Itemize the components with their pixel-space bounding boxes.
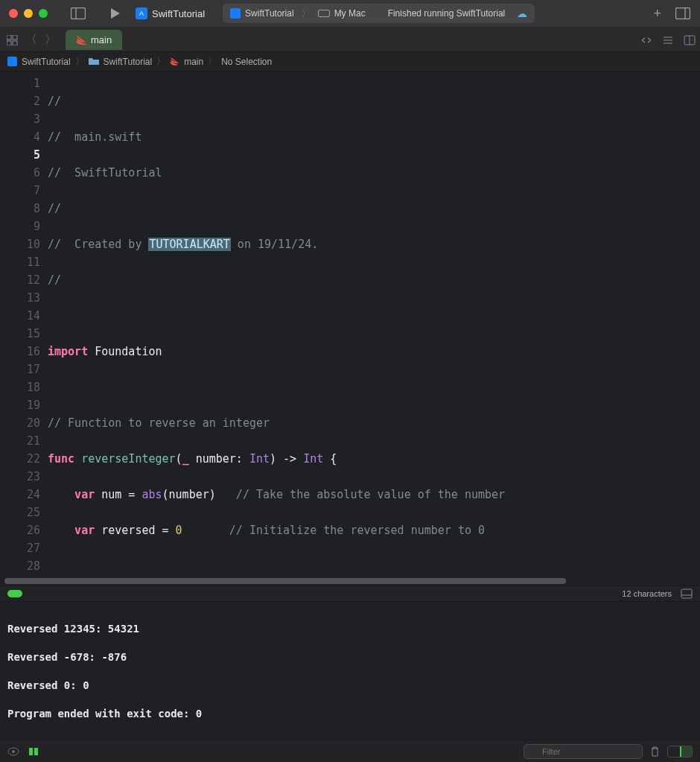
laptop-icon	[318, 10, 330, 17]
breakpoint-toggle-icon[interactable]	[28, 747, 39, 756]
breadcrumb-root[interactable]: SwiftTutorial	[22, 57, 71, 67]
traffic-lights	[9, 9, 48, 18]
activity-status[interactable]: SwiftTutorial 〉 My Mac Finished running …	[223, 4, 535, 23]
tab-label: main	[91, 34, 112, 45]
debug-panel-toggle[interactable]	[667, 746, 693, 758]
breadcrumb[interactable]: SwiftTutorial 〉 SwiftTutorial 〉 main 〉 N…	[0, 52, 700, 72]
console-output[interactable]: Reversed 12345: 54321 Reversed -678: -87…	[0, 602, 700, 727]
adjust-editor-icon[interactable]	[663, 35, 673, 45]
breadcrumb-folder[interactable]: SwiftTutorial	[104, 57, 153, 67]
titlebar: A SwiftTutorial SwiftTutorial 〉 My Mac F…	[0, 0, 700, 27]
related-items-icon[interactable]	[4, 32, 21, 48]
trash-icon[interactable]	[650, 746, 660, 757]
toggle-right-panel-icon[interactable]	[675, 5, 691, 22]
editor-status-bar: 12 characters	[0, 585, 700, 602]
code-editor[interactable]: 1234567891011121314151617181920212223242…	[0, 72, 700, 585]
scheme-selector[interactable]: A SwiftTutorial	[130, 5, 211, 22]
auto-icon[interactable]	[7, 747, 19, 756]
add-editor-icon[interactable]	[684, 35, 696, 45]
svg-rect-3	[676, 8, 690, 19]
project-icon	[7, 57, 17, 66]
scheme-name: SwiftTutorial	[152, 8, 205, 19]
fullscreen-window-button[interactable]	[39, 9, 48, 18]
svg-rect-19	[34, 748, 38, 755]
nav-forward-button[interactable]: 〉	[42, 32, 60, 48]
refresh-icon[interactable]	[640, 35, 652, 45]
console-line: Reversed -678: -876	[7, 650, 693, 664]
tab-bar: 〈 〉 main	[0, 27, 700, 52]
breadcrumb-file[interactable]: main	[184, 57, 203, 67]
selection-info: 12 characters	[622, 589, 672, 598]
cloud-icon: ☁︎	[517, 7, 527, 19]
status-target: SwiftTutorial	[245, 8, 294, 19]
breadcrumb-selection[interactable]: No Selection	[221, 57, 272, 67]
swift-icon	[76, 35, 86, 45]
swift-icon	[170, 57, 179, 66]
code-content[interactable]: // // main.swift // SwiftTutorial // // …	[48, 72, 700, 585]
line-gutter: 1234567891011121314151617181920212223242…	[0, 72, 48, 585]
horizontal-scrollbar[interactable]	[4, 578, 566, 584]
debug-bar: ⌕	[0, 740, 700, 762]
svg-rect-5	[7, 35, 11, 39]
minimize-window-button[interactable]	[24, 9, 33, 18]
svg-rect-0	[71, 8, 86, 19]
svg-rect-14	[681, 589, 692, 598]
status-text: Finished running SwiftTutorial	[388, 8, 506, 19]
console-line: Reversed 0: 0	[7, 679, 693, 693]
console-line: Reversed 12345: 54321	[7, 622, 693, 636]
run-button[interactable]	[110, 7, 121, 19]
toggle-left-panel-icon[interactable]	[70, 5, 86, 22]
svg-rect-6	[7, 41, 11, 45]
svg-point-17	[12, 750, 15, 753]
close-window-button[interactable]	[9, 9, 18, 18]
status-device: My Mac	[334, 8, 366, 19]
console-line: Program ended with exit code: 0	[7, 707, 693, 721]
svg-rect-18	[29, 748, 33, 755]
add-button[interactable]: +	[653, 6, 661, 22]
tab-main[interactable]: main	[66, 30, 122, 50]
preview-panel-icon[interactable]	[681, 588, 693, 599]
svg-rect-7	[13, 35, 17, 39]
nav-back-button[interactable]: 〈	[22, 32, 40, 48]
folder-icon	[89, 57, 99, 67]
svg-marker-2	[111, 8, 120, 19]
svg-rect-8	[13, 41, 17, 45]
app-icon: A	[136, 7, 147, 19]
status-indicator[interactable]	[7, 590, 22, 597]
app-icon-small	[230, 8, 241, 19]
filter-input[interactable]	[524, 744, 643, 759]
